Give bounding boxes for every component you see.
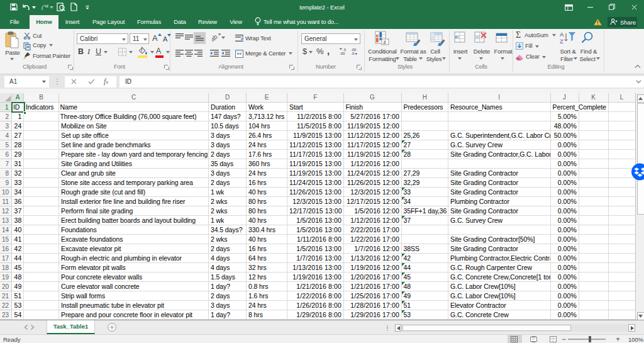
svg-text:Z: Z: [560, 38, 564, 45]
svg-text:A: A: [560, 31, 564, 38]
svg-text:ab: ab: [212, 33, 219, 42]
svg-text:.00: .00: [340, 52, 345, 55]
svg-text:.0: .0: [351, 52, 355, 55]
svg-text:≠: ≠: [384, 39, 387, 45]
